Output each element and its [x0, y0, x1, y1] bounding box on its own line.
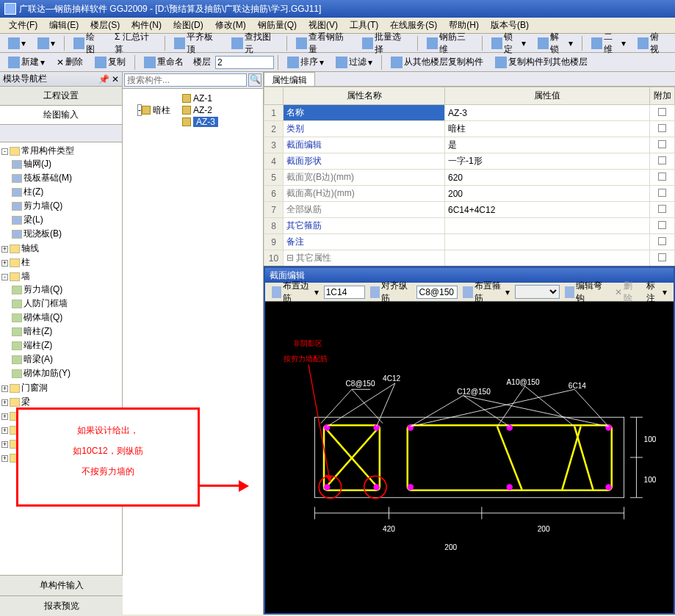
- svg-point-8: [324, 424, 330, 430]
- fv-button[interactable]: 俯视: [632, 29, 672, 58]
- sort-button[interactable]: 排序▾: [282, 54, 329, 70]
- property-row[interactable]: 10⊟ 其它属性: [264, 250, 675, 267]
- search-go-icon[interactable]: 🔍: [248, 73, 261, 87]
- tree-item[interactable]: 暗梁(A): [12, 352, 120, 366]
- annotation-box: 如果设计给出， 如10C12，则纵筋 不按剪力墙的: [16, 407, 200, 507]
- nav-header: 模块导航栏 📌 ✕: [0, 72, 122, 87]
- copy-icon: [95, 57, 107, 68]
- property-row[interactable]: 8其它箍筋: [264, 218, 675, 234]
- unlock-icon: [538, 37, 549, 49]
- align-input[interactable]: [416, 286, 458, 299]
- pin-icon[interactable]: 📌 ✕: [98, 74, 119, 84]
- tree-item[interactable]: 暗柱(Z): [12, 325, 120, 338]
- property-row[interactable]: 6截面高(H边)(mm)200: [264, 186, 675, 202]
- new-button[interactable]: 新建▾: [3, 54, 50, 70]
- delete-button[interactable]: ✕ 删除: [51, 54, 88, 70]
- property-row[interactable]: 4截面形状一字-1形: [264, 153, 675, 170]
- tree-item[interactable]: 剪力墙(Q): [12, 283, 120, 297]
- search-input[interactable]: [124, 73, 247, 87]
- lock-icon: [491, 37, 502, 49]
- property-row[interactable]: 2类别暗柱: [264, 121, 675, 137]
- undo-button[interactable]: ▾: [3, 35, 31, 51]
- align-icon: [370, 286, 380, 298]
- floor-input[interactable]: [215, 56, 274, 69]
- svg-line-28: [352, 389, 383, 423]
- tree-item[interactable]: 柱(Z): [12, 185, 120, 199]
- svg-line-34: [463, 396, 609, 427]
- copy-button[interactable]: 复制: [90, 54, 131, 70]
- label-4c12: 4C12: [383, 374, 401, 383]
- dim-100a: 100: [644, 435, 657, 443]
- copyto-button[interactable]: 复制构件到其他楼层: [490, 54, 593, 70]
- red-annot-1: 非阴影区: [293, 339, 322, 347]
- svg-line-5: [497, 427, 522, 490]
- svg-line-36: [525, 386, 574, 427]
- member-item[interactable]: AZ-2: [182, 104, 218, 116]
- property-row[interactable]: 3截面编辑是: [264, 137, 675, 153]
- window-titlebar: 广联达—钢筋抽样软件 GGJ2009 - [D:\预结算及抽筋\广联达抽筋\学习…: [0, 0, 675, 18]
- batchsel-icon: [362, 37, 373, 49]
- pencil-icon: [73, 37, 84, 49]
- section-canvas[interactable]: C8@150 4C12 C12@150 A10@150 6C14 420 200…: [265, 302, 674, 613]
- stirrup-icon: [463, 286, 472, 298]
- nav-tree[interactable]: -常用构件类型 轴网(J)筏板基础(M)柱(Z)剪力墙(Q)梁(L)现浇板(B)…: [0, 142, 122, 615]
- edge-input[interactable]: [324, 286, 365, 299]
- svg-rect-0: [314, 417, 624, 498]
- property-row[interactable]: 9备注: [264, 234, 675, 250]
- tree-item[interactable]: 现浇板(B): [12, 227, 120, 241]
- tree-item[interactable]: 端柱(Z): [12, 338, 120, 352]
- tree-item[interactable]: 筏板基础(M): [12, 171, 120, 185]
- red-annot-2: 按剪力墙配筋: [284, 355, 328, 363]
- stirrup-select[interactable]: [515, 285, 560, 299]
- section-toolbar: 布置边筋▾ 对齐纵筋 布置箍筋▾ 编辑弯钩 ✕删除 标注▾: [265, 283, 674, 302]
- tree-item[interactable]: 砌体墙(Q): [12, 311, 120, 325]
- nav-tab-draw[interactable]: 绘图输入: [0, 106, 122, 125]
- bottom-tab-report[interactable]: 报表预览: [0, 595, 123, 616]
- filter-button[interactable]: 过滤▾: [331, 54, 378, 70]
- menu-file[interactable]: 文件(F): [3, 18, 43, 33]
- rebar3d-icon: [427, 37, 438, 49]
- fv-icon: [638, 37, 649, 49]
- tree-item[interactable]: 轴网(J): [12, 157, 120, 171]
- svg-point-13: [507, 424, 513, 430]
- label-a10: A10@150: [507, 378, 540, 386]
- bottom-tab-single[interactable]: 单构件输入: [0, 575, 123, 595]
- member-item[interactable]: AZ-1: [182, 93, 218, 104]
- svg-line-35: [497, 386, 525, 427]
- dim-100b: 100: [644, 476, 657, 484]
- property-row[interactable]: 1名称AZ-3: [264, 105, 675, 121]
- property-tab[interactable]: 属性编辑: [264, 72, 315, 86]
- tree-item[interactable]: 梁(L): [12, 213, 120, 227]
- svg-point-11: [373, 484, 379, 490]
- member-item[interactable]: AZ-3: [182, 116, 218, 128]
- flatroof-icon: [174, 37, 185, 49]
- redo-button[interactable]: ▾: [32, 35, 60, 51]
- svg-point-15: [408, 484, 414, 490]
- member-tree[interactable]: - 暗柱 AZ-1AZ-2AZ-3: [123, 89, 263, 615]
- undo-icon: [8, 37, 20, 49]
- copyto-icon: [495, 57, 507, 68]
- toolbar-main: ▾ ▾ 绘图 Σ 汇总计算 平齐板顶 查找图元 查看钢筋量 批量选择 钢筋三维 …: [0, 34, 675, 53]
- find-button[interactable]: 查找图元: [226, 29, 283, 58]
- rename-icon: [144, 57, 156, 68]
- svg-line-30: [377, 383, 395, 427]
- svg-line-27: [321, 389, 352, 423]
- tree-item[interactable]: 人防门框墙: [12, 297, 120, 311]
- label-6c14: 6C14: [568, 382, 587, 390]
- copyfrom-button[interactable]: 从其他楼层复制构件: [386, 54, 488, 70]
- tree-item[interactable]: 砌体加筋(Y): [12, 366, 120, 380]
- property-row[interactable]: 7全部纵筋6C14+4C12: [264, 202, 675, 218]
- property-grid[interactable]: 属性名称 属性值 附加 1名称AZ-32类别暗柱3截面编辑是4截面形状一字-1形…: [264, 87, 675, 267]
- tree-item[interactable]: 剪力墙(Q): [12, 199, 120, 213]
- rename-button[interactable]: 重命名: [139, 54, 189, 70]
- toolbar-member: 新建▾ ✕ 删除 复制 重命名 楼层 排序▾ 过滤▾ 从其他楼层复制构件 复制构…: [0, 53, 675, 72]
- svg-point-16: [507, 484, 513, 490]
- redo-icon: [37, 37, 49, 49]
- floor-label: 楼层: [193, 56, 211, 68]
- svg-line-7: [562, 427, 580, 490]
- label-c12: C12@150: [457, 388, 491, 396]
- nav-tab-project[interactable]: 工程设置: [0, 87, 122, 106]
- property-row[interactable]: 5截面宽(B边)(mm)620: [264, 170, 675, 186]
- hook-icon: [565, 286, 575, 298]
- view2d-icon: [591, 37, 602, 49]
